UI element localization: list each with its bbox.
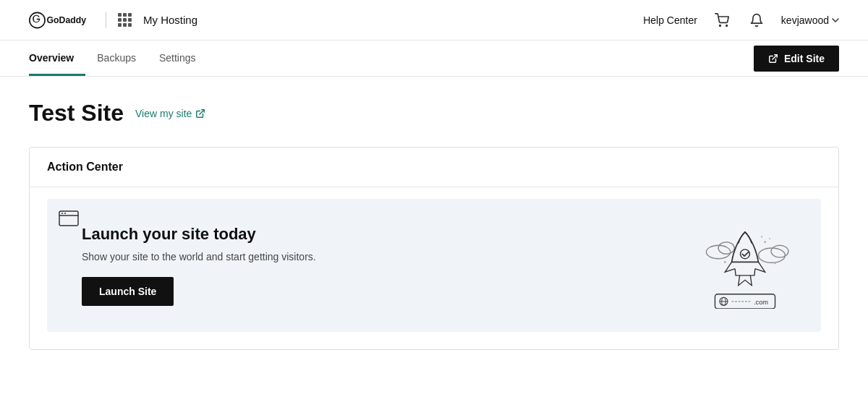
svg-point-17 xyxy=(761,236,762,237)
header-divider xyxy=(106,12,106,28)
launch-site-button[interactable]: Launch Site xyxy=(82,277,174,306)
action-center-card: Action Center Launch your site today Sho… xyxy=(29,147,839,350)
launch-subtitle: Show your site to the world and start ge… xyxy=(82,251,316,262)
svg-point-19 xyxy=(720,258,721,260)
header-left: GoDaddy My Hosting xyxy=(29,9,197,31)
tab-backups[interactable]: Backups xyxy=(85,40,148,76)
svg-line-5 xyxy=(200,109,204,114)
launch-title: Launch your site today xyxy=(82,225,316,244)
svg-text:.com: .com xyxy=(754,299,768,306)
svg-text:GoDaddy: GoDaddy xyxy=(47,15,87,25)
username-label: kevjawood xyxy=(781,14,829,26)
cart-button[interactable] xyxy=(712,10,732,30)
chevron-down-icon xyxy=(832,18,839,22)
launch-text-area: Launch your site today Show your site to… xyxy=(64,225,316,306)
svg-point-0 xyxy=(30,12,45,27)
external-link-icon xyxy=(768,54,778,64)
my-hosting-label: My Hosting xyxy=(143,14,197,26)
svg-point-16 xyxy=(769,238,770,239)
tab-settings[interactable]: Settings xyxy=(148,40,208,76)
svg-point-18 xyxy=(724,261,726,263)
edit-site-label: Edit Site xyxy=(784,53,825,64)
tabs-bar: Overview Backups Settings Edit Site xyxy=(0,40,868,77)
launch-banner: Launch your site today Show your site to… xyxy=(47,199,821,332)
action-center-body: Launch your site today Show your site to… xyxy=(30,187,838,349)
bell-icon xyxy=(749,13,764,27)
view-site-link[interactable]: View my site xyxy=(135,108,205,119)
svg-point-20 xyxy=(774,262,775,264)
godaddy-logo: GoDaddy xyxy=(29,9,94,31)
page-title: Test Site xyxy=(29,100,124,127)
svg-point-9 xyxy=(64,213,66,214)
svg-point-12 xyxy=(758,248,785,262)
grid-icon[interactable] xyxy=(118,13,132,27)
svg-point-8 xyxy=(61,213,63,214)
user-menu[interactable]: kevjawood xyxy=(781,14,839,26)
tabs-list: Overview Backups Settings xyxy=(29,40,208,76)
svg-point-15 xyxy=(764,241,766,243)
header-right: Help Center kevjawood xyxy=(643,10,839,30)
svg-point-3 xyxy=(726,25,728,26)
view-site-label: View my site xyxy=(135,108,192,119)
edit-site-button[interactable]: Edit Site xyxy=(754,46,839,72)
tab-overview[interactable]: Overview xyxy=(29,40,85,76)
cart-icon xyxy=(715,13,729,27)
action-center-title: Action Center xyxy=(47,161,123,173)
help-center-link[interactable]: Help Center xyxy=(643,14,697,26)
svg-point-2 xyxy=(720,25,721,26)
svg-line-4 xyxy=(773,54,777,59)
header: GoDaddy My Hosting Help Center xyxy=(0,0,868,40)
rocket-illustration: .com xyxy=(698,222,792,309)
action-center-header: Action Center xyxy=(30,148,838,187)
page-title-area: Test Site View my site xyxy=(29,100,839,127)
browser-icon-area xyxy=(59,210,79,229)
page-content: Test Site View my site Action Center xyxy=(0,77,868,373)
notifications-button[interactable] xyxy=(746,10,767,30)
logo-area[interactable]: GoDaddy xyxy=(29,9,94,31)
svg-point-13 xyxy=(771,245,788,257)
view-site-external-icon xyxy=(195,108,205,119)
svg-point-11 xyxy=(718,242,734,255)
browser-icon xyxy=(59,210,79,226)
